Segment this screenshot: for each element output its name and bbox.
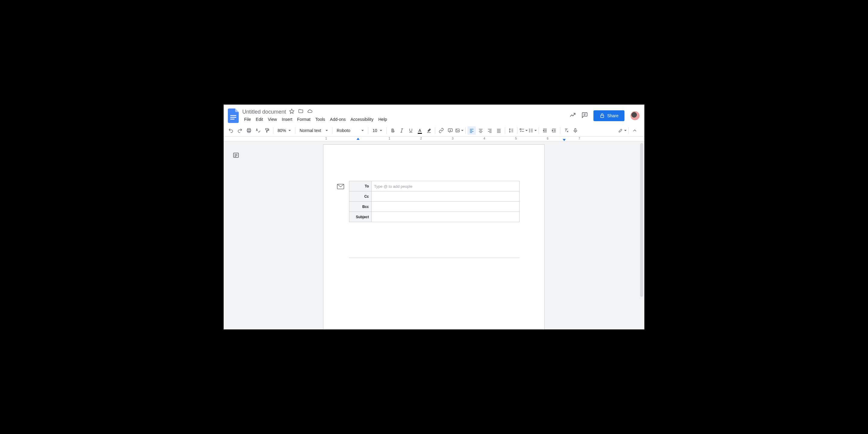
comments-icon[interactable] bbox=[581, 112, 588, 120]
menu-insert[interactable]: Insert bbox=[280, 116, 294, 123]
clear-formatting-button[interactable] bbox=[562, 126, 570, 135]
star-icon[interactable] bbox=[289, 108, 294, 115]
activity-icon[interactable] bbox=[569, 112, 576, 120]
email-bcc-label: Bcc bbox=[349, 202, 372, 212]
align-right-button[interactable] bbox=[486, 126, 494, 135]
bullet-list-button[interactable] bbox=[528, 126, 537, 135]
svg-rect-5 bbox=[600, 116, 604, 118]
email-to-label: To bbox=[349, 181, 372, 191]
align-justify-button[interactable] bbox=[495, 126, 503, 135]
checklist-button[interactable] bbox=[519, 126, 528, 135]
increase-indent-button[interactable] bbox=[550, 126, 558, 135]
font-family-dropdown[interactable]: Roboto bbox=[334, 126, 366, 135]
document-outline-button[interactable] bbox=[231, 150, 241, 160]
bold-button[interactable] bbox=[389, 126, 397, 135]
paragraph-style-dropdown[interactable]: Normal text bbox=[297, 126, 330, 135]
align-center-button[interactable] bbox=[476, 126, 485, 135]
zoom-dropdown[interactable]: 80% bbox=[275, 126, 293, 135]
toolbar-separator bbox=[295, 127, 296, 134]
docs-logo-icon[interactable] bbox=[228, 108, 239, 123]
horizontal-rule bbox=[349, 258, 520, 258]
zoom-value: 80% bbox=[278, 128, 286, 133]
menu-edit[interactable]: Edit bbox=[254, 116, 265, 123]
share-button-label: Share bbox=[607, 113, 618, 118]
menu-addons[interactable]: Add-ons bbox=[328, 116, 347, 123]
svg-rect-9 bbox=[266, 128, 268, 130]
collapse-toolbar-button[interactable] bbox=[630, 126, 639, 135]
account-avatar[interactable] bbox=[630, 111, 640, 121]
redo-button[interactable] bbox=[236, 126, 244, 135]
toolbar-separator bbox=[465, 127, 466, 134]
move-folder-icon[interactable] bbox=[298, 108, 304, 115]
svg-point-43 bbox=[529, 132, 530, 132]
paragraph-style-value: Normal text bbox=[300, 128, 321, 133]
menu-help[interactable]: Help bbox=[376, 116, 389, 123]
font-family-value: Roboto bbox=[337, 128, 350, 133]
toolbar-separator bbox=[435, 127, 435, 134]
toolbar: 80% Normal text Roboto 10 A bbox=[224, 124, 644, 136]
decrease-indent-button[interactable] bbox=[541, 126, 549, 135]
toolbar-separator bbox=[332, 127, 333, 134]
document-title[interactable]: Untitled document bbox=[242, 109, 286, 115]
ruler-number: 1 bbox=[389, 137, 390, 140]
ruler-number: 1 bbox=[325, 137, 327, 140]
ruler-number: 5 bbox=[515, 137, 517, 140]
menu-view[interactable]: View bbox=[266, 116, 279, 123]
email-subject-input[interactable] bbox=[374, 215, 519, 219]
gmail-icon bbox=[337, 184, 344, 189]
toolbar-separator bbox=[628, 127, 629, 134]
ruler-number: 2 bbox=[420, 137, 422, 140]
highlight-button[interactable] bbox=[425, 126, 433, 135]
font-size-dropdown[interactable]: 10 bbox=[370, 126, 384, 135]
vertical-scrollbar[interactable] bbox=[640, 141, 644, 330]
add-comment-button[interactable] bbox=[446, 126, 455, 135]
insert-image-button[interactable] bbox=[455, 126, 464, 135]
svg-point-18 bbox=[456, 130, 457, 130]
underline-button[interactable] bbox=[407, 126, 415, 135]
ruler[interactable]: 11234567 bbox=[224, 136, 644, 141]
ruler-number: 4 bbox=[484, 137, 485, 140]
email-to-row: To bbox=[349, 181, 520, 191]
share-button[interactable]: Share bbox=[593, 110, 624, 121]
right-indent-marker[interactable] bbox=[563, 139, 566, 141]
menu-format[interactable]: Format bbox=[296, 116, 312, 123]
menubar: File Edit View Insert Format Tools Add-o… bbox=[242, 116, 566, 123]
document-page[interactable]: To Cc Bcc Subject bbox=[323, 144, 545, 330]
line-spacing-button[interactable] bbox=[507, 126, 516, 135]
email-cc-input[interactable] bbox=[374, 194, 519, 199]
menu-accessibility[interactable]: Accessibility bbox=[349, 116, 375, 123]
workspace: To Cc Bcc Subject bbox=[224, 141, 644, 330]
text-color-button[interactable]: A bbox=[415, 126, 424, 135]
toolbar-separator bbox=[517, 127, 518, 134]
toolbar-separator bbox=[505, 127, 505, 134]
italic-button[interactable] bbox=[398, 126, 406, 135]
font-size-value: 10 bbox=[373, 128, 377, 133]
ruler-number: 6 bbox=[547, 137, 549, 140]
paint-format-button[interactable] bbox=[263, 126, 271, 135]
email-cc-row: Cc bbox=[349, 191, 520, 202]
titlebar: Untitled document File Edit View Insert … bbox=[224, 104, 644, 124]
cloud-status-icon[interactable] bbox=[307, 108, 313, 115]
app-window: Untitled document File Edit View Insert … bbox=[224, 104, 644, 330]
email-bcc-input[interactable] bbox=[374, 205, 519, 209]
ruler-number: 3 bbox=[452, 137, 454, 140]
insert-link-button[interactable] bbox=[437, 126, 445, 135]
email-to-input[interactable] bbox=[374, 184, 519, 189]
menu-tools[interactable]: Tools bbox=[313, 116, 327, 123]
scroll-thumb[interactable] bbox=[640, 143, 643, 297]
spellcheck-button[interactable] bbox=[254, 126, 262, 135]
first-line-indent-marker[interactable] bbox=[356, 138, 360, 140]
email-subject-label: Subject bbox=[349, 212, 372, 222]
editing-mode-button[interactable] bbox=[618, 126, 627, 135]
print-button[interactable] bbox=[245, 126, 253, 135]
email-draft-table: To Cc Bcc Subject bbox=[349, 181, 520, 222]
email-subject-row: Subject bbox=[349, 212, 520, 222]
menu-file[interactable]: File bbox=[242, 116, 253, 123]
undo-button[interactable] bbox=[227, 126, 235, 135]
svg-rect-2 bbox=[230, 119, 235, 120]
voice-typing-button[interactable] bbox=[571, 126, 580, 135]
email-bcc-row: Bcc bbox=[349, 202, 520, 212]
align-left-button[interactable] bbox=[467, 126, 476, 135]
toolbar-separator bbox=[538, 127, 539, 134]
ruler-number: 7 bbox=[578, 137, 580, 140]
